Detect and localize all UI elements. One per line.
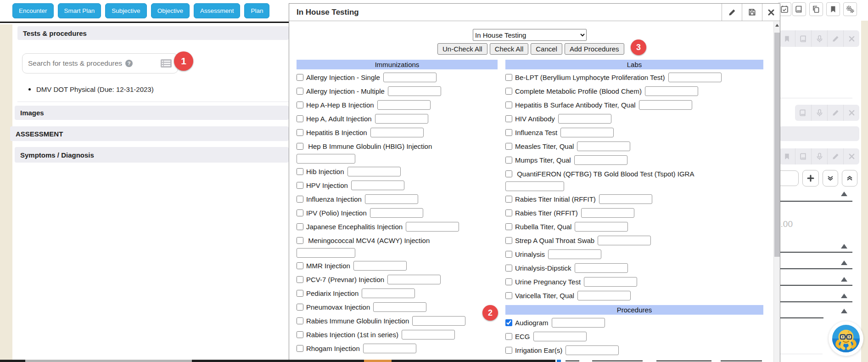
book-icon[interactable] — [792, 2, 806, 16]
procedure-checkbox[interactable] — [297, 115, 303, 122]
section-header-tests-procedures[interactable]: Tests & procedures — [17, 26, 289, 40]
procedure-checkbox[interactable] — [297, 317, 303, 324]
result-input[interactable] — [577, 291, 631, 300]
result-input[interactable] — [362, 288, 415, 298]
result-input[interactable] — [412, 316, 465, 326]
procedure-checkbox[interactable] — [505, 196, 512, 203]
collapse-section-icon[interactable] — [841, 294, 847, 298]
result-input[interactable] — [639, 100, 692, 110]
pencil-icon[interactable] — [827, 105, 843, 121]
result-input[interactable] — [668, 73, 722, 82]
section-header-images[interactable]: Images — [15, 106, 289, 120]
procedure-checkbox[interactable] — [505, 170, 512, 177]
assistant-octopus-widget[interactable] — [829, 321, 863, 356]
check-all-button[interactable]: Check All — [490, 43, 529, 55]
expand-all-button[interactable] — [823, 170, 838, 187]
procedure-checkbox[interactable] — [505, 333, 512, 340]
uncheck-all-button[interactable]: Un-Check All — [437, 43, 487, 55]
procedure-checkbox[interactable] — [505, 223, 512, 230]
procedure-checkbox[interactable] — [505, 265, 512, 272]
microphone-icon[interactable] — [811, 105, 827, 121]
help-icon[interactable]: ? — [125, 60, 133, 67]
result-input[interactable] — [377, 100, 431, 110]
procedure-checkbox[interactable] — [297, 237, 303, 244]
procedure-checkbox[interactable] — [297, 143, 303, 150]
procedure-checkbox[interactable] — [297, 345, 303, 352]
procedure-checkbox[interactable] — [505, 209, 512, 216]
procedure-checkbox[interactable] — [297, 102, 303, 108]
edit-pencil-icon[interactable] — [722, 4, 742, 21]
result-input[interactable] — [370, 128, 424, 137]
procedure-checkbox[interactable] — [297, 88, 303, 95]
collapse-section-icon[interactable] — [841, 260, 847, 265]
result-input[interactable] — [558, 114, 611, 124]
book-icon[interactable] — [795, 105, 811, 121]
close-icon[interactable] — [762, 4, 780, 21]
result-input[interactable] — [552, 318, 605, 328]
result-input[interactable] — [548, 249, 601, 259]
procedure-checkbox[interactable] — [297, 304, 303, 311]
procedure-checkbox[interactable] — [297, 262, 303, 269]
procedure-checkbox[interactable] — [297, 196, 303, 203]
collapse-all-button[interactable] — [842, 170, 857, 187]
result-input[interactable] — [505, 181, 564, 191]
settings-gears-icon[interactable] — [843, 2, 857, 16]
result-input[interactable] — [584, 277, 637, 287]
result-input[interactable] — [387, 275, 441, 284]
procedure-checkbox[interactable] — [297, 74, 303, 81]
procedure-checkbox[interactable] — [297, 276, 303, 283]
result-input[interactable] — [363, 344, 416, 353]
result-input[interactable] — [373, 302, 426, 312]
add-plus-button[interactable] — [802, 170, 819, 187]
result-input[interactable] — [560, 128, 614, 137]
procedure-checkbox[interactable] — [297, 182, 303, 189]
procedure-checkbox[interactable] — [505, 157, 512, 164]
result-input[interactable] — [566, 345, 619, 355]
save-icon[interactable] — [742, 4, 762, 21]
result-input[interactable] — [370, 208, 423, 218]
procedure-checkbox[interactable] — [505, 278, 512, 285]
result-input[interactable] — [575, 222, 628, 232]
procedure-checkbox[interactable] — [505, 143, 512, 150]
collapse-section-icon[interactable] — [841, 309, 847, 313]
procedure-checkbox[interactable] — [505, 237, 512, 244]
close-icon[interactable] — [843, 105, 859, 121]
result-input[interactable] — [577, 141, 630, 151]
procedure-checkbox[interactable] — [297, 223, 303, 230]
result-input[interactable] — [406, 222, 459, 232]
procedure-checkbox[interactable] — [505, 347, 512, 354]
collapse-section-icon[interactable] — [841, 277, 847, 282]
procedure-checkbox[interactable] — [297, 168, 303, 175]
result-input[interactable] — [375, 114, 428, 124]
scroll-up-arrow[interactable] — [774, 22, 780, 29]
cancel-button[interactable]: Cancel — [531, 43, 562, 55]
result-input[interactable] — [645, 86, 698, 96]
procedure-checkbox[interactable] — [505, 251, 512, 258]
pencil-icon[interactable] — [827, 148, 843, 164]
collapse-section-icon[interactable] — [841, 192, 847, 196]
section-header-symptoms-diagnosis[interactable]: Symptoms / Diagnosis — [15, 147, 289, 163]
result-input[interactable] — [581, 208, 634, 218]
result-input[interactable] — [575, 263, 628, 273]
bookmark-icon[interactable] — [779, 148, 795, 164]
bookmark-icon[interactable] — [779, 30, 795, 47]
result-input[interactable] — [297, 248, 355, 258]
result-input[interactable] — [353, 261, 407, 271]
scrollbar-thumb[interactable] — [774, 33, 780, 257]
procedure-checkbox[interactable] — [505, 292, 512, 299]
template-category-select[interactable]: In House Testing — [473, 29, 587, 41]
book-icon[interactable] — [795, 30, 811, 47]
close-icon[interactable] — [843, 30, 859, 47]
procedure-checkbox[interactable] — [505, 102, 512, 108]
result-input[interactable] — [402, 330, 455, 339]
collapse-section-icon[interactable] — [841, 244, 847, 249]
procedure-checkbox[interactable] — [505, 319, 512, 326]
result-input[interactable] — [598, 236, 651, 245]
pencil-icon[interactable] — [827, 30, 843, 47]
dialog-scrollbar[interactable] — [773, 22, 780, 362]
result-input[interactable] — [533, 332, 587, 341]
procedure-checkbox[interactable] — [297, 209, 303, 216]
nav-tab[interactable]: Assessment — [194, 3, 241, 18]
result-input[interactable] — [599, 194, 652, 204]
procedure-checkbox[interactable] — [297, 290, 303, 297]
